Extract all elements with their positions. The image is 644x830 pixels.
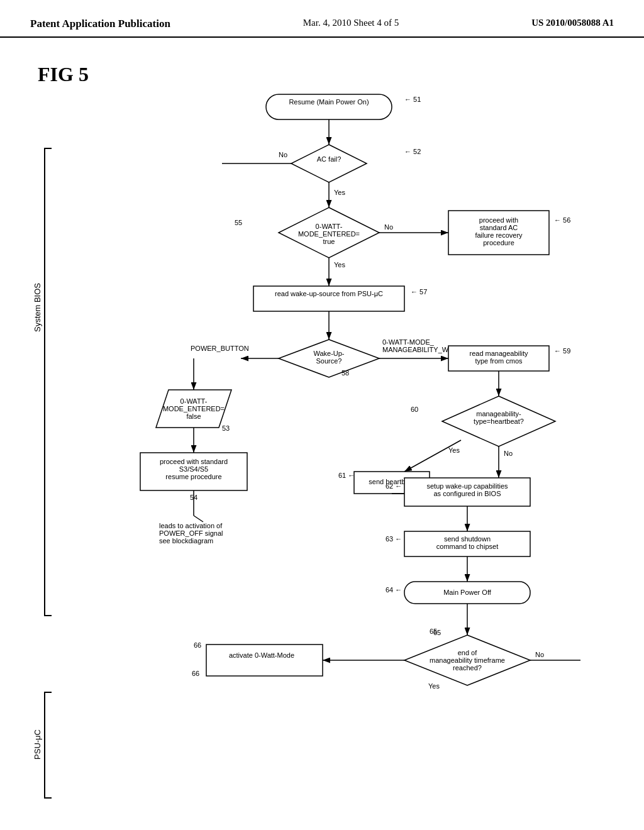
label-yes-65: Yes (428, 682, 440, 690)
ref-51: ← 51 (404, 96, 421, 103)
ref-58: 58 (341, 369, 349, 377)
label-yes-52: Yes (334, 189, 345, 196)
node-59-text1: read manageability (470, 350, 528, 357)
label-power-button: POWER_BUTTON (191, 345, 249, 352)
header-center-label: Mar. 4, 2010 Sheet 4 of 5 (303, 18, 399, 28)
psu-uc-label: PSU-μC (33, 729, 42, 760)
label-no-55: No (384, 223, 393, 231)
node-52-text: AC fail? (317, 155, 341, 163)
ref-66-label: 66 (192, 670, 199, 677)
node-58-text2: Source? (316, 357, 342, 365)
node-55-text1: 0-WATT- (316, 223, 343, 230)
line-54-leads-b (194, 516, 203, 522)
node-53-text1: 0-WATT- (180, 397, 208, 405)
node-51-text: Resume (Main Power On) (289, 98, 369, 106)
node-66-text1: activate 0-Watt-Mode (229, 651, 294, 659)
ref-65-label: 65 (430, 628, 437, 635)
flowchart: Resume (Main Power On) ← 51 AC fail? ← 5… (87, 69, 640, 824)
label-yes-60: Yes (448, 446, 460, 454)
node-62-text2: as configured in BIOS (433, 490, 501, 497)
ref-63: 63 ← (386, 535, 402, 543)
leads-to-1: leads to activation of (159, 522, 223, 529)
label-no-60: No (504, 450, 513, 457)
node-65-text3: reached? (453, 664, 482, 672)
node-60-text2: type=heartbeat? (474, 418, 524, 425)
node-59-text2: type from cmos (475, 357, 523, 365)
node-60-text1: manageability- (476, 410, 521, 418)
leads-to-2: POWER_OFF signal (159, 529, 223, 537)
system-bios-label: System BIOS (33, 283, 42, 332)
ref-64: 64 ← (386, 586, 402, 594)
node-63-text2: command to chipset (436, 543, 498, 550)
node-53-text2: MODE_ENTERED= (163, 405, 225, 412)
psu-uc-bracket (44, 692, 52, 799)
ref-59: ← 59 (554, 347, 570, 355)
header-left-label: Patent Application Publication (30, 18, 170, 30)
header: Patent Application Publication Mar. 4, 2… (0, 0, 644, 38)
ref-62: 62 ← (386, 482, 402, 490)
node-55-text2: MODE_ENTERED= (298, 230, 360, 238)
node-66 (206, 645, 323, 676)
node-53-text3: false (186, 412, 201, 420)
ref-56: ← 56 (554, 216, 570, 224)
node-54-text2: S3/S4/S5 (179, 465, 208, 473)
leads-to-3: see blockdiagram (159, 537, 213, 545)
ref-60: 60 (411, 406, 418, 413)
ref-55: 55 (235, 219, 242, 226)
node-56-text3: failure recovery (475, 231, 523, 239)
system-bios-bracket (44, 148, 52, 616)
arrow-yes-60 (404, 440, 461, 472)
label-no-52: No (279, 151, 287, 158)
ref-66: 66 (194, 641, 201, 649)
header-right-label: US 2010/0058088 A1 (531, 18, 614, 28)
label-yes-55: Yes (334, 261, 345, 268)
node-62-text1: setup wake-up capabilities (426, 482, 508, 490)
ref-53: 53 (222, 424, 230, 432)
node-56-text2: standard AC (480, 224, 518, 231)
label-manageability-wakeup1: 0-WATT-MODE_ (382, 338, 435, 346)
node-65-text1: end of (458, 649, 478, 656)
node-56-text4: procedure (483, 239, 514, 246)
ref-61: 61 ← (338, 472, 355, 479)
node-57-text1: read wake-up-source from PSU-μC (275, 290, 383, 297)
node-54-text1: proceed with standard (160, 458, 228, 465)
node-56-text1: proceed with (479, 216, 518, 224)
label-no-65: No (535, 651, 544, 658)
node-52 (291, 145, 367, 182)
node-54-text3: resume procedure (165, 473, 221, 480)
main-content: FIG 5 System BIOS PSU-μC Resume (Main Po… (0, 38, 644, 830)
figure-label: FIG 5 (38, 63, 89, 86)
node-63-text1: send shutdown (444, 535, 491, 543)
node-65-text2: manageability timeframe (430, 656, 505, 664)
node-55-text3: true (323, 238, 335, 245)
node-64-text: Main Power Off (443, 589, 492, 596)
ref-57: ← 57 (411, 288, 427, 296)
node-58-text1: Wake-Up- (313, 350, 344, 357)
ref-52: ← 52 (404, 148, 421, 155)
